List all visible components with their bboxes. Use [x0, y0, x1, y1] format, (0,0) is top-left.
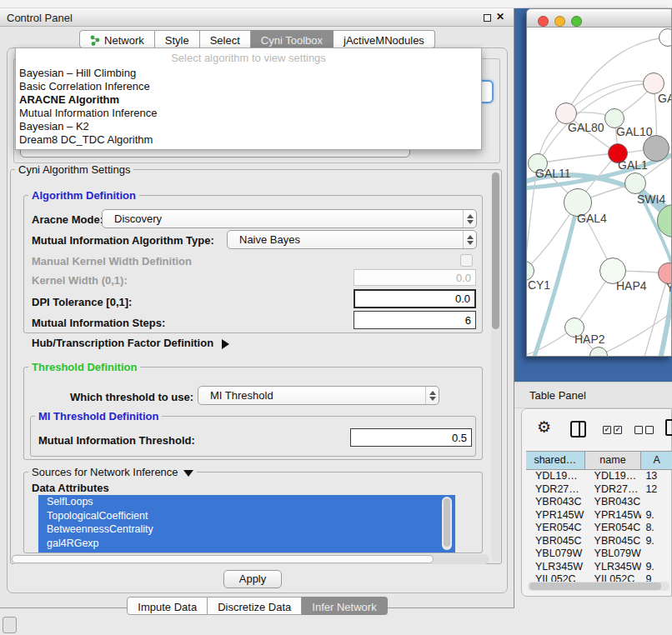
- tab-network[interactable]: Network: [79, 30, 155, 48]
- table-cell: YBR043C: [585, 496, 642, 509]
- columns-icon[interactable]: [570, 421, 586, 438]
- attribute-item-selfloops[interactable]: SelfLoops: [38, 495, 455, 509]
- column-header-2[interactable]: name: [585, 452, 642, 469]
- dropdown-item-bayesian-hill-climbing[interactable]: Bayesian – Hill Climbing: [18, 67, 480, 80]
- tab-style[interactable]: Style: [155, 30, 200, 48]
- scrollbar-thumb[interactable]: [529, 582, 661, 590]
- node-label-gal: GAL: [658, 92, 672, 105]
- which-threshold-label: Which threshold to use:: [70, 391, 193, 403]
- kernel-width-field[interactable]: [354, 269, 476, 286]
- table-cell: YBR045C: [585, 535, 642, 548]
- table-cell: 9.: [641, 509, 672, 522]
- algorithm-dropdown-list: Bayesian – Hill ClimbingBasic Correlatio…: [18, 67, 480, 147]
- table-row[interactable]: YIL052CYIL052C9: [526, 573, 672, 582]
- dropdown-item-dream8-dc-tdc-algorithm[interactable]: Dream8 DC_TDC Algorithm: [18, 133, 480, 147]
- zoom-traffic-light-icon[interactable]: [571, 16, 582, 27]
- which-threshold-combobox[interactable]: MI Threshold: [198, 386, 439, 405]
- table-cell: YDR27…: [526, 483, 585, 497]
- control-panel-bottom-tabs: Impute DataDiscretize DataInfer Network: [0, 597, 514, 615]
- tab-jactivemnodules[interactable]: jActiveMNodules: [333, 30, 435, 48]
- dpi-tolerance-label: DPI Tolerance [0,1]:: [32, 296, 132, 308]
- tab-select[interactable]: Select: [200, 30, 251, 48]
- table-row[interactable]: YPR145WYPR145W9.: [526, 509, 672, 522]
- hub-factor-expander[interactable]: Hub/Transcription Factor Definition: [32, 337, 229, 349]
- attribute-item-betweennesscentrality[interactable]: BetweennessCentrality: [38, 522, 455, 537]
- table-cell: YDL19…: [585, 470, 642, 483]
- table-row[interactable]: YBL079WYBL079W: [526, 548, 672, 561]
- network-node[interactable]: [643, 135, 669, 162]
- table-cell: YER054C: [526, 522, 585, 535]
- dropdown-item-aracne-algorithm[interactable]: ARACNE Algorithm: [18, 93, 480, 107]
- aracne-mode-combobox[interactable]: Discovery: [102, 209, 477, 228]
- attribute-item-topologicalcoefficient[interactable]: TopologicalCoefficient: [38, 509, 455, 523]
- bottom-tab-discretize-data[interactable]: Discretize Data: [208, 597, 302, 615]
- network-canvas[interactable]: GALGAL80GAL10GAL1GAL11SWI4GAL4GCY1HAP4YH…: [527, 28, 672, 357]
- network-node[interactable]: [659, 28, 672, 47]
- bottom-tab-impute-data[interactable]: Impute Data: [127, 597, 208, 615]
- mi-threshold-field[interactable]: [350, 428, 472, 447]
- dropdown-placeholder: Select algorithm to view settings: [16, 52, 481, 64]
- table-row[interactable]: YBR043CYBR043C: [526, 496, 672, 509]
- close-traffic-light-icon[interactable]: [538, 16, 549, 27]
- settings-vertical-scrollbar[interactable]: [491, 172, 500, 562]
- table-row[interactable]: YDL19…YDL19…13: [526, 470, 672, 483]
- table-row[interactable]: YLR345WYLR345W9.: [526, 561, 672, 574]
- settings-horizontal-scrollbar[interactable]: [11, 554, 489, 564]
- node-label-gal80: GAL80: [568, 121, 604, 134]
- mi-type-label: Mutual Information Algorithm Type:: [32, 234, 214, 247]
- apply-button[interactable]: Apply: [223, 570, 282, 588]
- scrollbar-thumb[interactable]: [444, 498, 450, 547]
- top-strip: [0, 0, 672, 8]
- manual-kernel-label: Manual Kernel Width Definition: [32, 255, 192, 268]
- tab-cyni-toolbox-label: Cyni Toolbox: [261, 34, 323, 47]
- attributes-scrollbar[interactable]: [442, 497, 452, 550]
- tab-cyni-toolbox[interactable]: Cyni Toolbox: [251, 30, 333, 48]
- sources-group-title[interactable]: Sources for Network Inference: [28, 466, 197, 478]
- application-root: Control Panel ✕ NetworkStyleSelectCyni T…: [0, 0, 672, 635]
- table-header-row: shared…nameA: [526, 451, 672, 470]
- bottom-tab-infer-network-label: Infer Network: [312, 601, 376, 613]
- minimized-panel-icon[interactable]: [3, 617, 17, 633]
- dropdown-item-mutual-information-inference[interactable]: Mutual Information Inference: [18, 107, 480, 120]
- network-window-titlebar: [527, 9, 671, 28]
- export-table-icon[interactable]: [665, 419, 672, 436]
- dpi-tolerance-field[interactable]: [354, 289, 476, 308]
- tab-jactivemnodules-label: jActiveMNodules: [344, 34, 424, 47]
- node-attribute-table[interactable]: shared…nameA YDL19…YDL19…13YDR27…YDR27…1…: [526, 451, 672, 582]
- scrollbar-thumb[interactable]: [492, 172, 499, 329]
- manual-kernel-checkbox[interactable]: [460, 254, 473, 267]
- table-cell: 9: [641, 573, 672, 582]
- close-icon[interactable]: ✕: [496, 11, 504, 22]
- bottom-tab-infer-network[interactable]: Infer Network: [302, 597, 387, 615]
- table-row[interactable]: YER054CYER054C8.: [526, 522, 672, 535]
- column-header-1[interactable]: shared…: [526, 452, 585, 469]
- attribute-item-gal4rgexp[interactable]: gal4RGexp: [38, 537, 455, 551]
- minimize-traffic-light-icon[interactable]: [554, 16, 565, 27]
- mi-steps-field[interactable]: [354, 311, 476, 329]
- table-row[interactable]: YDR27…YDR27…12: [526, 483, 672, 497]
- table-cell: [641, 496, 672, 509]
- table-cell: YIL052C: [526, 573, 585, 582]
- network-node-swi4[interactable]: [624, 172, 646, 194]
- table-cell: YBR043C: [526, 496, 585, 509]
- dropdown-item-basic-correlation-inference[interactable]: Basic Correlation Inference: [18, 80, 480, 93]
- stepper-arrows-icon: [425, 387, 439, 404]
- table-cell: YDR27…: [585, 483, 642, 497]
- deselect-all-rows-icon[interactable]: [634, 426, 654, 434]
- float-window-icon[interactable]: [484, 14, 491, 22]
- table-row[interactable]: YBR045CYBR045C9.: [526, 535, 672, 548]
- table-cell: YLR345W: [526, 561, 585, 574]
- column-header-3[interactable]: A: [641, 452, 672, 469]
- cyni-settings-group-title: Cyni Algorithm Settings: [15, 163, 133, 176]
- table-cell: YBR045C: [526, 535, 585, 548]
- table-horizontal-scrollbar[interactable]: [528, 582, 669, 591]
- dropdown-item-bayesian-k2[interactable]: Bayesian – K2: [18, 120, 480, 133]
- select-all-rows-icon[interactable]: ✓✓: [603, 426, 622, 434]
- mi-threshold-group-title: MI Threshold Definition: [35, 410, 162, 422]
- gear-icon[interactable]: ⚙: [537, 419, 551, 435]
- node-label-y: Y: [666, 281, 672, 294]
- scrollbar-thumb[interactable]: [12, 555, 434, 563]
- table-cell: YPR145W: [526, 509, 585, 522]
- mi-threshold-label: Mutual Information Threshold:: [38, 434, 195, 447]
- mi-type-combobox[interactable]: Naive Bayes: [227, 230, 477, 249]
